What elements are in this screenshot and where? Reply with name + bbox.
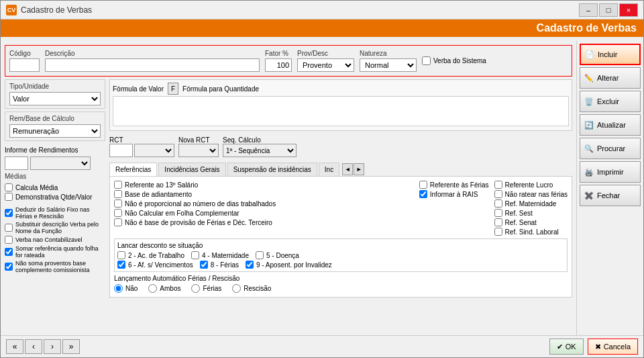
radio-ambos-input[interactable] xyxy=(148,284,157,293)
sest-checkbox[interactable] xyxy=(494,209,502,217)
13sal-checkbox[interactable] xyxy=(114,181,122,189)
maximize-button[interactable]: □ xyxy=(599,3,618,17)
tab-suspensao[interactable]: Suspensão de insidências xyxy=(227,163,317,176)
adiantamento-checkbox[interactable] xyxy=(114,190,122,198)
cb-lucro[interactable]: Referente Lucro xyxy=(494,181,568,189)
ac-trabalho-checkbox[interactable] xyxy=(117,251,125,259)
imprimir-button[interactable]: 🖨️ Imprimir xyxy=(580,161,641,183)
tipo-unidade-select[interactable]: Valor Horas xyxy=(9,92,101,105)
descricao-input[interactable] xyxy=(45,58,260,72)
senat-checkbox[interactable] xyxy=(494,218,502,226)
tab-nav-left[interactable]: ◄ xyxy=(342,163,353,175)
nav-prev-button[interactable]: ‹ xyxy=(25,339,42,354)
radio-ferias[interactable]: Férias xyxy=(191,284,221,293)
radio-ambos[interactable]: Ambos xyxy=(148,284,180,293)
rct-input1[interactable] xyxy=(109,144,133,157)
cb-13sal[interactable]: Referente ao 13º Salário xyxy=(114,181,414,189)
sind-laboral-checkbox[interactable] xyxy=(494,228,502,236)
radio-ferias-input[interactable] xyxy=(191,284,200,293)
cb-rais[interactable]: Informar à RAIS xyxy=(419,190,489,198)
cb-proporcional[interactable]: Não é proporcional ao número de dias tra… xyxy=(114,199,414,208)
radio-nao-input[interactable] xyxy=(114,284,123,293)
nao-contabilizavel-checkbox[interactable] xyxy=(5,236,13,244)
nav-last-button[interactable]: » xyxy=(62,339,80,354)
cb-deduzir[interactable]: Deduzir do Salário Fixo nas Férias e Res… xyxy=(5,206,105,220)
formula-textarea[interactable] xyxy=(113,96,569,126)
lancar-doenca[interactable]: 5 - Doença xyxy=(256,251,299,259)
somar-checkbox[interactable] xyxy=(5,248,13,256)
radio-rescisao[interactable]: Rescisão xyxy=(232,284,271,293)
lancar-ferias[interactable]: 8 - Férias xyxy=(200,261,239,269)
cb-somar[interactable]: Somar referência quando folha for ratead… xyxy=(5,245,105,259)
provisao-checkbox[interactable] xyxy=(114,218,122,226)
codigo-input[interactable] xyxy=(9,58,40,72)
formula-f-button[interactable]: F xyxy=(168,83,178,95)
nav-next-button[interactable]: › xyxy=(44,339,61,354)
excluir-button[interactable]: 🗑️ Excluir xyxy=(580,91,641,112)
nova-rct-select[interactable] xyxy=(178,144,219,157)
cb-sest[interactable]: Ref. Sest xyxy=(494,209,568,217)
rais-checkbox[interactable] xyxy=(419,190,427,198)
procurar-button[interactable]: 🔍 Procurar xyxy=(580,138,641,159)
calcula-media-checkbox[interactable] xyxy=(5,183,13,191)
alterar-button[interactable]: ✏️ Alterar xyxy=(580,67,641,89)
lancar-ferias-checkbox[interactable] xyxy=(200,261,208,269)
cb-nao-ratear[interactable]: Não ratear nas férias xyxy=(494,190,568,198)
lancar-ac-trabalho[interactable]: 2 - Ac. de Trabalho xyxy=(117,251,184,259)
lucro-checkbox[interactable] xyxy=(494,181,502,189)
fechar-button[interactable]: ✖️ Fechar xyxy=(580,185,641,206)
lancar-af-vencimentos[interactable]: 6 - Af. s/ Vencimentos xyxy=(117,261,193,269)
rem-base-select[interactable]: Remuneração Salário xyxy=(9,124,101,138)
aposent-checkbox[interactable] xyxy=(246,261,254,269)
af-vencimentos-checkbox[interactable] xyxy=(117,261,125,269)
cb-nao-contabilizavel[interactable]: Verba nao Contabilizavel xyxy=(5,236,105,244)
lancar-maternidade-checkbox[interactable] xyxy=(191,251,199,259)
demonstrativa-row[interactable]: Demonstrativa Qtde/Valor xyxy=(5,193,105,201)
informe-select[interactable] xyxy=(30,156,91,170)
lancar-aposent[interactable]: 9 - Aposent. por Invalidez xyxy=(246,261,332,269)
cb-senat[interactable]: Ref. Senat xyxy=(494,218,568,226)
tab-nav-right[interactable]: ► xyxy=(354,163,364,175)
demonstrativa-checkbox[interactable] xyxy=(5,193,13,201)
ferias-checkbox[interactable] xyxy=(419,181,427,189)
atualizar-button[interactable]: 🔄 Atualizar xyxy=(580,114,641,136)
ok-button[interactable]: ✔ OK xyxy=(549,339,584,355)
lancar-maternidade[interactable]: 4 - Maternidade xyxy=(191,251,249,259)
rem-base-label: Rem/Base de Cálculo xyxy=(9,115,101,122)
cb-sind-laboral[interactable]: Ref. Sind. Laboral xyxy=(494,228,568,236)
cb-folha-complementar[interactable]: Não Calcular em Folha Complementar xyxy=(114,209,414,217)
incluir-button[interactable]: 📄 Incluir xyxy=(580,44,641,65)
doenca-checkbox[interactable] xyxy=(256,251,264,259)
cb-maternidade[interactable]: Ref. Maternidade xyxy=(494,199,568,208)
nao-ratear-checkbox[interactable] xyxy=(494,190,502,198)
tab-inc[interactable]: Inc xyxy=(319,163,339,176)
cb-ferias[interactable]: Referente às Férias xyxy=(419,181,489,189)
maternidade-checkbox[interactable] xyxy=(494,199,502,208)
rct-select[interactable] xyxy=(134,144,174,157)
radio-nao[interactable]: Não xyxy=(114,284,138,293)
cb-adiantamento[interactable]: Base de adiantamento xyxy=(114,190,414,198)
folha-complementar-checkbox[interactable] xyxy=(114,209,122,217)
minimize-button[interactable]: – xyxy=(579,3,598,17)
cb-substituir[interactable]: Substituir descrição Verba pelo Nome da … xyxy=(5,221,105,234)
nav-first-button[interactable]: « xyxy=(6,339,23,354)
substituir-checkbox[interactable] xyxy=(5,224,13,232)
cb-provisao[interactable]: Não é base de provisão de Férias e Déc. … xyxy=(114,218,414,226)
deduzir-checkbox[interactable] xyxy=(5,209,13,217)
verba-sistema-checkbox[interactable] xyxy=(422,56,431,65)
calcula-media-row[interactable]: Calcula Média xyxy=(5,183,105,191)
radio-rescisao-input[interactable] xyxy=(232,284,241,293)
tab-referencias[interactable]: Referências xyxy=(109,163,157,176)
nao-soma-checkbox[interactable] xyxy=(5,263,13,271)
nova-rct-group: Nova RCT xyxy=(178,136,219,157)
prov-desc-select[interactable]: Provento Desconto xyxy=(297,58,354,72)
close-button[interactable]: × xyxy=(619,3,638,17)
fator-input[interactable] xyxy=(265,58,292,72)
tab-incidencias[interactable]: Incidências Gerais xyxy=(158,163,225,176)
natureza-select[interactable]: Normal Outro xyxy=(360,58,417,72)
informe-input1[interactable] xyxy=(5,156,28,170)
cb-nao-soma[interactable]: Não soma proventos base complemento comi… xyxy=(5,260,105,273)
seq-select[interactable]: 1ª - Sequência 2ª - Sequência xyxy=(223,144,297,157)
cancel-button[interactable]: ✖ Cancela xyxy=(588,339,638,355)
proporcional-checkbox[interactable] xyxy=(114,199,122,208)
